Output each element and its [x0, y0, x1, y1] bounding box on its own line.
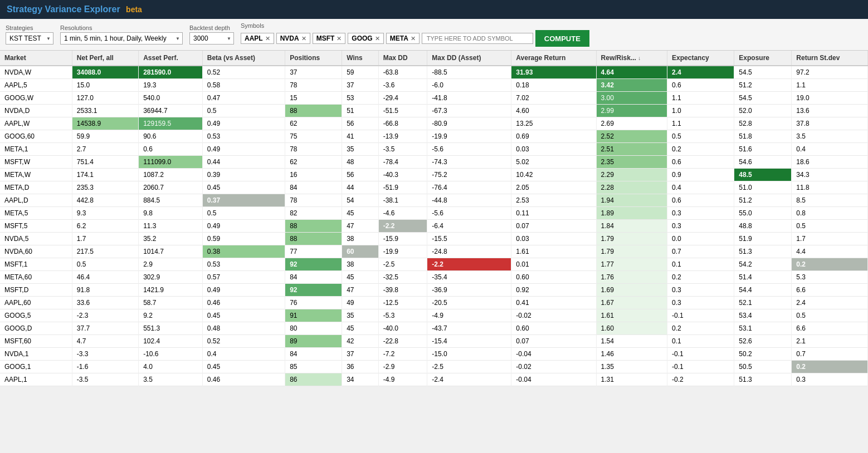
table-cell: 129159.5	[139, 117, 203, 130]
table-cell: 0.3	[667, 297, 734, 309]
table-cell: -6.0	[427, 79, 511, 92]
col-exposure[interactable]: Exposure	[734, 51, 792, 66]
table-row: META,12.70.60.497835-3.5-5.60.032.510.25…	[0, 143, 868, 156]
col-expectancy[interactable]: Expectancy	[667, 51, 734, 66]
data-table: Market Net Perf, all Asset Perf. Beta (v…	[0, 51, 868, 386]
table-cell: 53.4	[734, 309, 792, 322]
table-cell: 2.35	[596, 156, 667, 169]
col-avg-return[interactable]: Average Return	[511, 51, 596, 66]
table-cell: -0.04	[511, 373, 596, 386]
table-cell: 281590.0	[139, 66, 203, 79]
table-cell: 2.4	[792, 297, 868, 309]
table-cell: -40.3	[378, 169, 427, 181]
table-cell: 0.5	[202, 105, 285, 117]
table-cell: 0.49	[202, 143, 285, 156]
table-cell: 92	[285, 258, 342, 271]
table-cell: 13.25	[511, 117, 596, 130]
table-cell: -0.1	[667, 348, 734, 361]
table-cell: 51.6	[734, 143, 792, 156]
resolutions-select-wrapper[interactable]: 1 min, 5 min, 1 hour, Daily, Weekly	[60, 32, 183, 45]
compute-button[interactable]: COMPUTE	[535, 30, 589, 47]
table-cell: 0.3	[667, 284, 734, 297]
remove-msft-button[interactable]: ✕	[337, 35, 342, 42]
symbol-input[interactable]	[422, 33, 533, 44]
col-max-dd[interactable]: Max DD	[378, 51, 427, 66]
table-cell: 0.53	[202, 130, 285, 143]
col-return-stdev[interactable]: Return St.dev	[792, 51, 868, 66]
table-cell: 0.39	[202, 169, 285, 181]
remove-aapl-button[interactable]: ✕	[265, 35, 270, 42]
table-cell: -4.6	[378, 207, 427, 220]
sort-icon: ↓	[638, 55, 641, 61]
table-cell: MSFT,W	[0, 156, 72, 169]
table-cell: -7.2	[378, 348, 427, 361]
table-cell: 37.7	[72, 322, 138, 335]
table-cell: 0.3	[667, 207, 734, 220]
table-cell: 0.49	[202, 117, 285, 130]
col-wins[interactable]: Wins	[342, 51, 378, 66]
symbols-label: Symbols	[241, 22, 589, 29]
table-cell: MSFT,1	[0, 258, 72, 271]
table-row: GOOG,W127.0540.00.471553-29.4-41.87.023.…	[0, 92, 868, 105]
header-bar: Strategy Variance Explorer beta	[0, 0, 868, 19]
strategies-select-wrapper[interactable]: KST TEST	[6, 32, 53, 45]
table-cell: 2533.1	[72, 105, 138, 117]
table-cell: 37	[342, 348, 378, 361]
col-market[interactable]: Market	[0, 51, 72, 66]
table-cell: 4.0	[139, 361, 203, 373]
table-cell: 54.5	[734, 92, 792, 105]
table-cell: -15.5	[427, 233, 511, 245]
table-cell: 1.76	[596, 271, 667, 284]
backtest-select-wrapper[interactable]: 3000	[189, 32, 234, 45]
backtest-select[interactable]: 3000	[189, 32, 234, 45]
table-cell: -19.9	[427, 130, 511, 143]
table-cell: 0.07	[511, 220, 596, 233]
table-cell: 1.0	[667, 105, 734, 117]
table-cell: 51.9	[734, 233, 792, 245]
table-cell: 5.3	[792, 271, 868, 284]
table-cell: 0.46	[202, 373, 285, 386]
col-net-perf[interactable]: Net Perf, all	[72, 51, 138, 66]
table-cell: 1.67	[596, 297, 667, 309]
table-cell: -40.0	[378, 322, 427, 335]
table-cell: 15	[285, 92, 342, 105]
table-cell: 1.89	[596, 207, 667, 220]
table-cell: 10.42	[511, 169, 596, 181]
table-cell: -3.3	[72, 348, 138, 361]
table-cell: 0.4	[792, 143, 868, 156]
table-cell: 51.8	[734, 130, 792, 143]
table-cell: 51	[342, 105, 378, 117]
col-asset-perf[interactable]: Asset Perf.	[139, 51, 203, 66]
col-max-dd-asset[interactable]: Max DD (Asset)	[427, 51, 511, 66]
remove-goog-button[interactable]: ✕	[375, 35, 380, 42]
remove-meta-button[interactable]: ✕	[411, 35, 416, 42]
col-positions[interactable]: Positions	[285, 51, 342, 66]
strategies-group: Strategies KST TEST	[6, 24, 53, 45]
table-cell: -2.9	[378, 361, 427, 373]
table-cell: 0.9	[667, 169, 734, 181]
strategies-select[interactable]: KST TEST	[6, 32, 53, 45]
remove-nvda-button[interactable]: ✕	[301, 35, 306, 42]
table-cell: -32.5	[378, 271, 427, 284]
table-cell: 35.2	[139, 233, 203, 245]
table-row: META,6046.4302.90.578445-32.5-35.40.601.…	[0, 271, 868, 284]
table-cell: 37	[342, 79, 378, 92]
table-cell: -5.6	[427, 207, 511, 220]
table-cell: 14538.9	[72, 117, 138, 130]
table-cell: 35	[342, 309, 378, 322]
table-cell: 0.1	[667, 258, 734, 271]
table-cell: 0.6	[667, 79, 734, 92]
table-cell: 0.6	[139, 143, 203, 156]
resolutions-select[interactable]: 1 min, 5 min, 1 hour, Daily, Weekly	[60, 32, 183, 45]
table-cell: -0.1	[667, 309, 734, 322]
table-cell: -2.2	[378, 220, 427, 233]
table-cell: 48.5	[734, 169, 792, 181]
col-beta[interactable]: Beta (vs Asset)	[202, 51, 285, 66]
table-cell: 0.45	[202, 361, 285, 373]
table-cell: 82	[285, 207, 342, 220]
col-rew-risk[interactable]: Rew/Risk... ↓	[596, 51, 667, 66]
table-cell: -63.8	[378, 66, 427, 79]
table-cell: 59	[342, 66, 378, 79]
table-cell: 1.61	[511, 245, 596, 258]
table-cell: -15.9	[378, 233, 427, 245]
